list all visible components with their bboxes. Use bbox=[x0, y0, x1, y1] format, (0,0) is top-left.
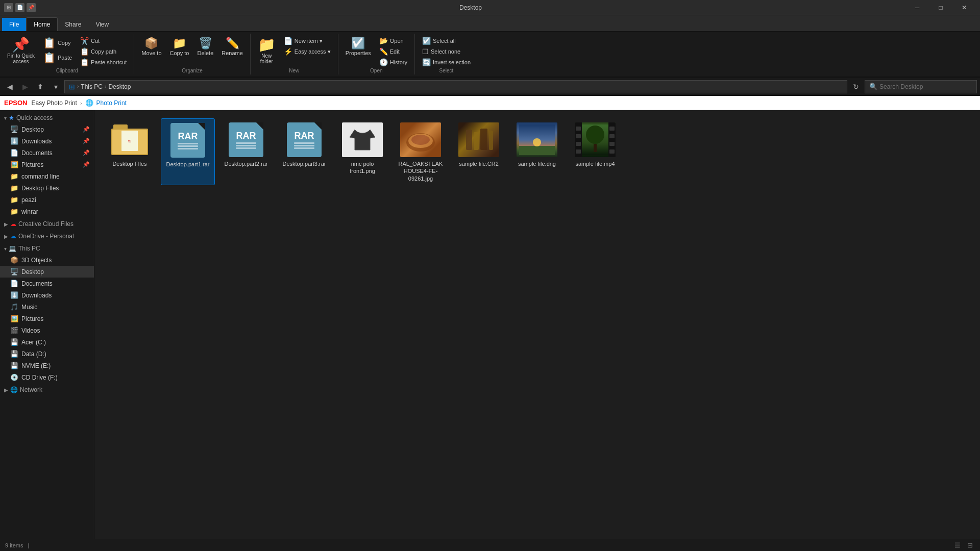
refresh-button[interactable]: ↻ bbox=[849, 80, 863, 93]
sidebar-network-header[interactable]: ▶ 🌐 Network bbox=[0, 384, 94, 395]
minimize-button[interactable]: ─ bbox=[905, 0, 929, 15]
recent-button[interactable]: ▾ bbox=[49, 80, 62, 93]
close-button[interactable]: ✕ bbox=[952, 0, 976, 15]
paste-shortcut-button[interactable]: 📋 Paste shortcut bbox=[77, 57, 130, 67]
sidebar-item-3d-objects[interactable]: 📦 3D Objects bbox=[0, 254, 94, 266]
statusbar-view-controls: ☰ ⊞ bbox=[952, 540, 975, 550]
maximize-button[interactable]: □ bbox=[929, 0, 952, 15]
cut-copy-path-col: ✂️ Cut 📋 Copy path 📋 Paste shortcut bbox=[77, 36, 130, 67]
back-button[interactable]: ◀ bbox=[3, 80, 16, 93]
tab-view[interactable]: View bbox=[88, 18, 116, 31]
forward-button[interactable]: ▶ bbox=[18, 80, 32, 93]
properties-button[interactable]: ☑️ Properties bbox=[342, 36, 374, 58]
copy-to-button[interactable]: 📁 Copy to bbox=[167, 36, 192, 58]
copy-button[interactable]: 📋 Copy bbox=[40, 36, 75, 50]
history-button[interactable]: 🕐 History bbox=[376, 57, 410, 67]
sidebar-item-peazi[interactable]: 📁 peazi bbox=[0, 194, 94, 206]
pin-icon[interactable]: 📌 bbox=[27, 3, 36, 12]
move-to-button[interactable]: 📦 Move to bbox=[138, 36, 164, 58]
select-all-button[interactable]: ☑️ Select all bbox=[419, 36, 474, 46]
details-view-button[interactable]: ☰ bbox=[952, 540, 963, 550]
mp4-label: sample file.mp4 bbox=[575, 160, 615, 167]
sidebar-item-command-line[interactable]: 📁 command line bbox=[0, 170, 94, 182]
sidebar-item-acer[interactable]: 💾 Acer (C:) bbox=[0, 336, 94, 348]
scissors-icon: ✂️ bbox=[80, 37, 89, 45]
sidebar-item-desktop-pc[interactable]: 🖥️ Desktop bbox=[0, 266, 94, 278]
sidebar-item-winrar[interactable]: 📁 winrar bbox=[0, 206, 94, 217]
file-item-rar1[interactable]: RAR Desktop.part1.rar bbox=[161, 118, 215, 185]
rar2-icon-wrap: RAR bbox=[226, 121, 266, 158]
edit-button[interactable]: ✏️ Edit bbox=[376, 46, 410, 57]
new-item-button[interactable]: 📄 New item ▾ bbox=[281, 36, 334, 46]
winrar-folder-icon: 📁 bbox=[10, 208, 18, 215]
large-icons-view-button[interactable]: ⊞ bbox=[965, 540, 975, 550]
copy-path-button[interactable]: 📋 Copy path bbox=[77, 46, 130, 57]
select-none-button[interactable]: ☐ Select none bbox=[419, 46, 474, 57]
sidebar-item-nvme[interactable]: 💾 NVME (E:) bbox=[0, 360, 94, 371]
data-drive-icon: 💾 bbox=[10, 350, 18, 358]
epson-photo-print-link[interactable]: Photo Print bbox=[96, 99, 127, 107]
pictures-pin-icon[interactable]: 📌 bbox=[83, 161, 90, 168]
file-item-cr2[interactable]: sample file.CR2 bbox=[452, 118, 506, 185]
grid-icon[interactable]: ⊞ bbox=[4, 3, 13, 12]
sidebar-creative-cloud-header[interactable]: ▶ ☁ Creative Cloud Files bbox=[0, 218, 94, 230]
sidebar-item-videos[interactable]: 🎬 Videos bbox=[0, 324, 94, 336]
sidebar-item-downloads-pc[interactable]: ⬇️ Downloads bbox=[0, 289, 94, 301]
sidebar-quick-access-header[interactable]: ▾ ★ Quick access bbox=[0, 112, 94, 123]
file-item-desktop-files[interactable]: ≡ Desktop FIles bbox=[103, 118, 157, 185]
file-item-shirt[interactable]: nmc polo front1.png bbox=[335, 118, 389, 185]
shirt-icon-wrap bbox=[342, 121, 383, 158]
file-icon[interactable]: 📄 bbox=[15, 3, 24, 12]
sidebar-item-pictures-pc[interactable]: 🖼️ Pictures bbox=[0, 313, 94, 324]
ribbon-group-organize: 📦 Move to 📁 Copy to 🗑️ Delete ✏️ Rename … bbox=[134, 34, 250, 74]
sidebar-item-documents[interactable]: 📄 Documents 📌 bbox=[0, 147, 94, 159]
new-folder-button[interactable]: 📁 Newfolder bbox=[255, 36, 279, 66]
file-item-rar2[interactable]: RAR Desktop.part2.rar bbox=[219, 118, 273, 185]
copy-to-label: Copy to bbox=[170, 50, 189, 56]
new-folder-label: Newfolder bbox=[260, 53, 273, 64]
file-item-dng[interactable]: sample file.dng bbox=[510, 118, 564, 185]
sidebar-onedrive-section: ▶ ☁ OneDrive - Personal bbox=[0, 231, 94, 242]
paste-shortcut-icon: 📋 bbox=[80, 58, 89, 66]
paste-button[interactable]: 📋 Paste bbox=[40, 51, 75, 65]
pin-to-quick-access-button[interactable]: 📌 Pin to Quickaccess bbox=[4, 36, 38, 66]
tab-share[interactable]: Share bbox=[58, 18, 88, 31]
up-button[interactable]: ⬆ bbox=[34, 80, 47, 93]
sidebar-onedrive-header[interactable]: ▶ ☁ OneDrive - Personal bbox=[0, 231, 94, 242]
nvme-drive-icon: 💾 bbox=[10, 362, 18, 369]
sidebar-item-desktop[interactable]: 🖥️ Desktop 📌 bbox=[0, 123, 94, 135]
svg-rect-5 bbox=[480, 129, 487, 150]
sidebar-item-desktop-files[interactable]: 📁 Desktop FIles bbox=[0, 182, 94, 194]
sidebar-item-data[interactable]: 💾 Data (D:) bbox=[0, 348, 94, 360]
desktop-files-icon-wrap: ≡ bbox=[109, 121, 150, 158]
breadcrumb-this-pc[interactable]: This PC bbox=[81, 83, 103, 90]
sidebar-item-documents-pc[interactable]: 📄 Documents bbox=[0, 278, 94, 289]
tab-home[interactable]: Home bbox=[26, 17, 58, 31]
rename-label: Rename bbox=[222, 50, 243, 56]
breadcrumb[interactable]: ⊞ › This PC › Desktop bbox=[64, 80, 847, 93]
invert-selection-button[interactable]: 🔄 Invert selection bbox=[419, 57, 474, 67]
breadcrumb-desktop[interactable]: Desktop bbox=[108, 83, 131, 90]
file-item-steak[interactable]: RAL_OAKSTEAKHOUSE4-FE-09261.jpg bbox=[394, 118, 448, 185]
sidebar-this-pc-header[interactable]: ▾ 💻 This PC bbox=[0, 243, 94, 254]
desktop-pin-icon[interactable]: 📌 bbox=[83, 126, 90, 133]
delete-button[interactable]: 🗑️ Delete bbox=[194, 36, 216, 58]
file-item-rar3[interactable]: RAR Desktop.part3.rar bbox=[277, 118, 331, 185]
documents-pin-icon[interactable]: 📌 bbox=[83, 149, 90, 156]
sidebar-item-cd-drive[interactable]: 💿 CD Drive (F:) bbox=[0, 371, 94, 383]
sidebar-item-pictures[interactable]: 🖼️ Pictures 📌 bbox=[0, 159, 94, 170]
delete-label: Delete bbox=[197, 50, 213, 56]
tab-file[interactable]: File bbox=[2, 18, 26, 31]
easy-access-button[interactable]: ⚡ Easy access ▾ bbox=[281, 46, 334, 57]
sidebar-item-downloads[interactable]: ⬇️ Downloads 📌 bbox=[0, 135, 94, 147]
search-input[interactable] bbox=[879, 83, 972, 90]
sidebar-data-label: Data (D:) bbox=[21, 350, 46, 358]
sidebar-item-music[interactable]: 🎵 Music bbox=[0, 301, 94, 313]
downloads-pin-icon[interactable]: 📌 bbox=[83, 138, 90, 144]
epson-easy-photo-link[interactable]: Easy Photo Print bbox=[32, 99, 77, 107]
cut-button[interactable]: ✂️ Cut bbox=[77, 36, 130, 46]
quick-access-label: Quick access bbox=[16, 114, 53, 121]
rename-button[interactable]: ✏️ Rename bbox=[218, 36, 246, 58]
file-item-mp4[interactable]: sample file.mp4 bbox=[568, 118, 622, 185]
open-button[interactable]: 📂 Open bbox=[376, 36, 410, 46]
